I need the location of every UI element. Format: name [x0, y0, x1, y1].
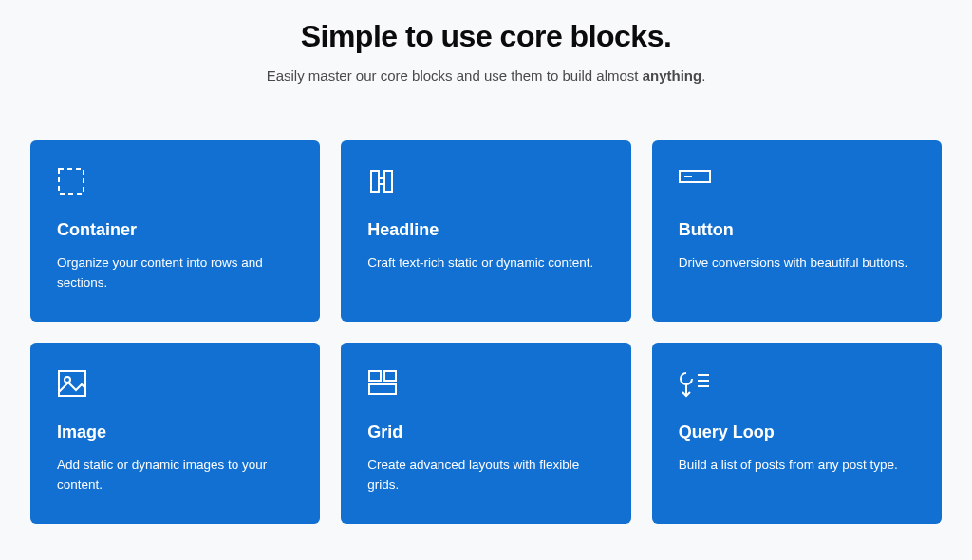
card-image[interactable]: Image Add static or dynamic images to yo…: [30, 343, 320, 524]
card-desc: Create advanced layouts with flexible gr…: [367, 456, 604, 495]
card-title: Headline: [367, 220, 604, 240]
grid-icon: [367, 369, 604, 401]
svg-rect-8: [369, 371, 381, 381]
card-headline[interactable]: Headline Craft text-rich static or dynam…: [341, 140, 630, 322]
svg-rect-1: [371, 171, 379, 192]
svg-rect-3: [379, 178, 384, 184]
svg-rect-10: [369, 384, 396, 394]
card-title: Button: [679, 220, 915, 240]
card-desc: Build a list of posts from any post type…: [679, 456, 915, 476]
button-icon: [679, 167, 915, 199]
card-title: Grid: [367, 422, 604, 442]
card-container[interactable]: Container Organize your content into row…: [30, 140, 320, 322]
subtitle-pre: Easily master our core blocks and use th…: [267, 67, 643, 84]
card-desc: Organize your content into rows and sect…: [57, 253, 293, 293]
svg-rect-4: [680, 171, 710, 182]
page: Simple to use core blocks. Easily master…: [0, 0, 972, 524]
card-title: Container: [57, 220, 293, 240]
card-desc: Add static or dynamic images to your con…: [57, 456, 293, 495]
svg-rect-2: [384, 171, 392, 192]
header: Simple to use core blocks. Easily master…: [30, 19, 942, 84]
card-grid-block[interactable]: Grid Create advanced layouts with flexib…: [341, 343, 630, 524]
container-icon: [57, 167, 293, 199]
page-title: Simple to use core blocks.: [30, 19, 942, 54]
svg-rect-9: [384, 371, 396, 381]
headline-icon: [367, 167, 604, 199]
card-title: Query Loop: [679, 422, 915, 442]
card-desc: Craft text-rich static or dynamic conten…: [367, 253, 604, 273]
card-desc: Drive conversions with beautiful buttons…: [679, 253, 915, 273]
svg-rect-0: [59, 169, 84, 194]
image-icon: [57, 369, 293, 401]
card-grid: Container Organize your content into row…: [30, 140, 942, 524]
svg-point-7: [65, 377, 70, 383]
card-button[interactable]: Button Drive conversions with beautiful …: [652, 140, 942, 322]
card-title: Image: [57, 422, 293, 442]
subtitle-bold: anything: [643, 67, 702, 84]
card-query-loop[interactable]: Query Loop Build a list of posts from an…: [652, 343, 942, 524]
query-loop-icon: [679, 369, 915, 401]
subtitle-post: .: [701, 67, 705, 84]
page-subtitle: Easily master our core blocks and use th…: [30, 67, 942, 84]
